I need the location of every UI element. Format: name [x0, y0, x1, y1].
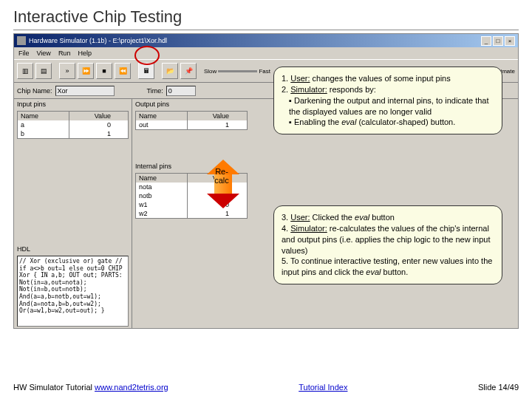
col-value: Value [69, 112, 114, 120]
folder-icon: 📂 [166, 67, 174, 75]
tool-button-1[interactable]: 📂 [162, 63, 178, 79]
script-icon: ▤ [41, 67, 47, 75]
col-name: Name [136, 112, 188, 120]
table-row: w21 [136, 209, 247, 218]
tool-button-2[interactable]: 📌 [180, 63, 197, 79]
tutorial-index-link[interactable]: Tutorial Index [299, 383, 347, 392]
eval-button[interactable]: 🖩 [138, 63, 154, 79]
stop-icon: ■ [102, 67, 106, 75]
output-pins-table: Name Value out 1 [135, 111, 248, 130]
col-name: Name [18, 112, 69, 120]
col-value: Value [188, 112, 232, 120]
callout-top: 1. User: changes the values of some inpu… [273, 66, 502, 134]
chip-icon: ▥ [22, 67, 29, 75]
app-icon [17, 36, 26, 45]
callout-bottom: 3. User: Clicked the eval button 4. Simu… [273, 205, 502, 284]
rewind-icon: ⏪ [119, 67, 127, 75]
fast-label: Fast [259, 68, 270, 75]
close-button[interactable]: × [505, 36, 515, 46]
load-script-button[interactable]: ▤ [35, 63, 52, 79]
title-rule [13, 30, 519, 30]
chip-name-field[interactable] [55, 86, 115, 96]
slide-footer: HW Simulator Tutorial www.nand2tetris.or… [13, 383, 519, 392]
input-pins-table: Name Value a 0 b 1 [17, 111, 129, 139]
slow-label: Slow [204, 68, 216, 75]
calculator-icon: 🖩 [143, 67, 150, 75]
menu-help[interactable]: Help [78, 50, 92, 57]
time-field [166, 86, 196, 96]
reset-button[interactable]: ⏪ [115, 63, 131, 79]
recalc-label: Re-calc [200, 167, 244, 185]
slide-title: Interactive Chip Testing [13, 7, 519, 27]
load-chip-button[interactable]: ▥ [17, 63, 33, 79]
col-name: Name [136, 174, 188, 183]
window-titlebar: Hardware Simulator (1.1b) - E:\project1\… [14, 34, 518, 47]
stop-button[interactable]: ■ [96, 63, 112, 79]
footer-left: HW Simulator Tutorial www.nand2tetris.or… [13, 383, 168, 392]
window-title-text: Hardware Simulator (1.1b) - E:\project1\… [29, 37, 167, 44]
slide-number: Slide 14/49 [478, 383, 519, 392]
menu-file[interactable]: File [18, 50, 30, 57]
table-row: out 1 [136, 120, 247, 129]
chip-name-label: Chip Name: [17, 87, 52, 95]
table-row[interactable]: a 0 [18, 120, 128, 129]
step-forward-icon: » [65, 67, 69, 75]
table-row[interactable]: b 1 [18, 129, 128, 138]
fast-forward-icon: ⏩ [82, 67, 90, 75]
output-pins-title: Output pins [132, 99, 250, 109]
step-button[interactable]: » [59, 63, 75, 79]
minimize-button[interactable]: _ [481, 36, 491, 46]
maximize-button[interactable]: □ [493, 36, 503, 46]
hdl-source: // Xor (exclusive or) gate // if a<>b ou… [17, 256, 129, 327]
pin-icon: 📌 [185, 67, 193, 75]
menu-run[interactable]: Run [58, 50, 71, 57]
menu-bar: File View Run Help [14, 47, 518, 59]
hdl-title: HDL [14, 244, 132, 254]
time-label: Time: [147, 87, 163, 95]
run-button[interactable]: ⏩ [78, 63, 94, 79]
speed-slider[interactable]: Slow Fast [204, 63, 270, 79]
menu-view[interactable]: View [37, 50, 51, 57]
input-pins-title: Input pins [14, 99, 132, 109]
tutorial-site-link[interactable]: www.nand2tetris.org [95, 383, 168, 392]
